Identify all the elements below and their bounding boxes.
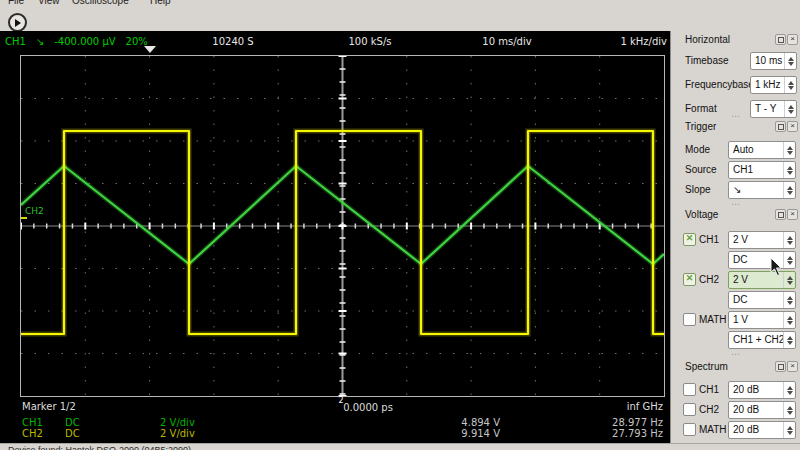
ch1-amplitude: 4.894 V: [420, 417, 500, 428]
ch2-enable-checkbox[interactable]: ✕: [683, 273, 696, 286]
spectrum-math-spinbox[interactable]: 20 dB: [728, 421, 796, 439]
math-mode-value: CH1 + CH2: [733, 334, 784, 345]
float-panel-icon[interactable]: [775, 209, 786, 220]
trigger-source-label: Source: [685, 164, 717, 175]
timebase-label: Timebase: [685, 55, 729, 66]
ch1-label: CH1: [699, 234, 719, 245]
float-panel-icon[interactable]: [775, 121, 786, 132]
spectrum-ch2-checkbox[interactable]: ✕: [683, 403, 696, 416]
ch2-amplitude: 9.914 V: [420, 428, 500, 439]
spin-arrows[interactable]: [783, 312, 795, 328]
ch2-label: CH2: [699, 274, 719, 285]
spin-arrows[interactable]: [783, 332, 795, 348]
scope-area: CH1 ↘ -400.000 µV 20% 10240 S 100 kS/s 1…: [0, 31, 670, 443]
ch1-gain: 2 V/div: [160, 417, 195, 428]
panel-title: Voltage: [685, 209, 718, 220]
spectrum-ch1-spinbox[interactable]: 20 dB: [728, 381, 796, 399]
menu-bar: File View Oscilloscope Help: [0, 0, 800, 11]
math-enable-checkbox[interactable]: ✕: [683, 313, 696, 326]
format-value: T - Y: [755, 103, 776, 114]
spin-arrows[interactable]: [784, 77, 796, 93]
spectrum-math-value: 20 dB: [733, 424, 759, 435]
menu-view[interactable]: View: [38, 0, 60, 6]
ch2-coupling-value: DC: [733, 294, 747, 305]
frequencybase-label: Frequencybase: [685, 79, 754, 90]
format-label: Format: [685, 103, 717, 114]
ch1-coupling-spinbox[interactable]: DC: [728, 251, 796, 269]
ch2-frequency: 27.793 Hz: [563, 428, 663, 439]
spin-arrows[interactable]: [783, 142, 795, 158]
scope-display[interactable]: CH2: [20, 55, 665, 397]
spin-arrows[interactable]: [783, 162, 795, 178]
close-panel-icon[interactable]: [787, 34, 798, 45]
panel-splitter[interactable]: ⋯: [671, 115, 800, 120]
frequencybase-spinbox[interactable]: 1 kHz: [750, 76, 797, 94]
settings-sidebar: Horizontal Timebase 10 ms Frequencybase …: [670, 31, 800, 443]
spectrum-ch1-label: CH1: [699, 384, 719, 395]
ch1-gain-value: 2 V: [733, 234, 748, 245]
spectrum-ch1-checkbox[interactable]: ✕: [683, 383, 696, 396]
float-panel-icon[interactable]: [775, 34, 786, 45]
spin-arrows[interactable]: [783, 272, 795, 288]
ch2-coupling-spinbox[interactable]: DC: [728, 291, 796, 309]
math-gain-spinbox[interactable]: 1 V: [728, 311, 796, 329]
ch2-level-tick: [21, 217, 27, 219]
spectrum-ch2-spinbox[interactable]: 20 dB: [728, 401, 796, 419]
ch2-gain-spinbox[interactable]: 2 V: [728, 271, 796, 289]
marker-time: 0.0000 ps: [328, 402, 408, 413]
falling-slope-icon: ↘: [36, 36, 44, 47]
trigger-source-value: CH1: [733, 164, 753, 175]
spectrum-math-checkbox[interactable]: ✕: [683, 423, 696, 436]
close-panel-icon[interactable]: [787, 209, 798, 220]
waveform-plot: CH2: [21, 56, 664, 396]
close-panel-icon[interactable]: [787, 121, 798, 132]
spin-arrows[interactable]: [783, 422, 795, 438]
spin-arrows[interactable]: [783, 382, 795, 398]
ch1-coupling-value: DC: [733, 254, 747, 265]
ch1-gain-spinbox[interactable]: 2 V: [728, 231, 796, 249]
menu-file[interactable]: File: [8, 0, 24, 6]
timebase-readout: 10 ms/div: [467, 36, 547, 47]
menu-oscilloscope[interactable]: Oscilloscope: [72, 0, 129, 6]
spin-arrows[interactable]: [783, 292, 795, 308]
spin-arrows[interactable]: [783, 232, 795, 248]
spin-arrows[interactable]: [783, 402, 795, 418]
spectrum-ch2-value: 20 dB: [733, 404, 759, 415]
panel-splitter[interactable]: ⋯: [671, 353, 800, 358]
trigger-slope-label: Slope: [685, 184, 711, 195]
spin-arrows[interactable]: [783, 252, 795, 268]
toolbar: [0, 11, 800, 31]
play-icon: [15, 19, 21, 27]
ch1-coupling: DC: [65, 417, 80, 428]
trigger-position-marker[interactable]: [144, 46, 156, 53]
trigger-mode-value: Auto: [733, 144, 754, 155]
ch1-frequency: 28.977 Hz: [563, 417, 663, 428]
check-icon: ✕: [684, 273, 695, 283]
ch2-gain: 2 V/div: [160, 428, 195, 439]
close-panel-icon[interactable]: [787, 361, 798, 372]
panel-splitter[interactable]: ⋯: [671, 203, 800, 208]
play-button[interactable]: [8, 13, 27, 32]
ch1-enable-checkbox[interactable]: ✕: [683, 233, 696, 246]
marker-frequency: inf GHz: [563, 401, 663, 412]
trigger-mode-label: Mode: [685, 144, 710, 155]
math-gain-value: 1 V: [733, 314, 748, 325]
menu-help[interactable]: Help: [150, 0, 171, 6]
trigger-mode-spinbox[interactable]: Auto: [728, 141, 796, 159]
marker-label: Marker 1/2: [22, 401, 76, 412]
window-status-bar: Device found: Hantek DSO-2090 (04B5:2090…: [0, 443, 800, 450]
ch2-zero-marker: CH2: [25, 206, 44, 216]
float-panel-icon[interactable]: [775, 361, 786, 372]
trigger-channel-label: CH1: [5, 36, 26, 47]
timebase-spinbox[interactable]: 10 ms: [750, 52, 797, 70]
record-length: 10240 S: [193, 36, 273, 47]
oscilloscope-window: File View Oscilloscope Help CH1 ↘ -400.0…: [0, 0, 800, 450]
spectrum-ch1-value: 20 dB: [733, 384, 759, 395]
trigger-source-spinbox[interactable]: CH1: [728, 161, 796, 179]
math-mode-spinbox[interactable]: CH1 + CH2: [728, 331, 796, 349]
trigger-slope-spinbox[interactable]: ↘: [728, 181, 796, 199]
spin-arrows[interactable]: [783, 182, 795, 198]
frequencybase-value: 1 kHz: [755, 79, 781, 90]
panel-title: Spectrum: [685, 361, 728, 372]
spin-arrows[interactable]: [784, 53, 796, 69]
